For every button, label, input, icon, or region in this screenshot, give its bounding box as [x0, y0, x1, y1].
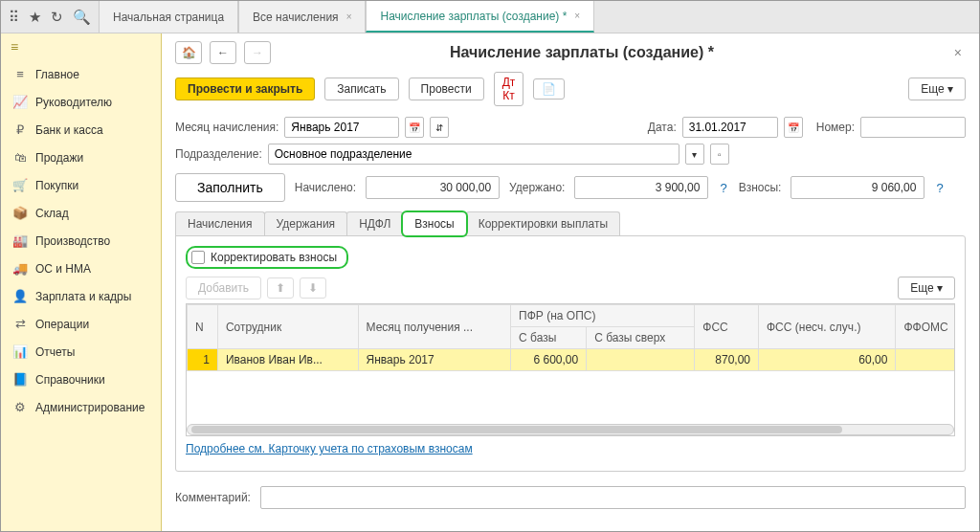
tab-corrections[interactable]: Корректировки выплаты: [466, 211, 620, 236]
comment-input[interactable]: [260, 486, 966, 509]
sidebar-item-label: ОС и НМА: [35, 262, 91, 276]
number-input[interactable]: [860, 117, 966, 138]
accrued-label: Начислено:: [295, 181, 356, 194]
close-icon[interactable]: ×: [346, 11, 352, 22]
help-icon[interactable]: ?: [718, 181, 728, 195]
open-icon[interactable]: ▫: [710, 144, 729, 165]
search-icon[interactable]: 🔍: [73, 9, 91, 26]
details-link[interactable]: Подробнее см. Карточку учета по страховы…: [186, 436, 473, 461]
run-and-close-button[interactable]: Провести и закрыть: [175, 78, 315, 100]
col-month[interactable]: Месяц получения ...: [358, 305, 511, 349]
sidebar-item[interactable]: 📈Руководителю: [1, 88, 161, 116]
sidebar-icon: 👤: [12, 289, 28, 303]
sidebar-icon: ₽: [12, 122, 28, 137]
correct-contrib-wrap[interactable]: Корректировать взносы: [186, 246, 348, 269]
sidebar-item-label: Зарплата и кадры: [35, 290, 131, 303]
sidebar-item[interactable]: 📊Отчеты: [1, 338, 161, 366]
home-icon[interactable]: 🏠: [175, 41, 202, 64]
sidebar-icon: 🚚: [12, 261, 28, 276]
withheld-value: 3 900,00: [574, 176, 708, 199]
col-fss-ns[interactable]: ФСС (несч. случ.): [759, 305, 896, 349]
close-icon[interactable]: ×: [574, 11, 580, 21]
col-n[interactable]: N: [188, 305, 218, 349]
tab-accruals[interactable]: Начисления: [175, 211, 265, 236]
month-input[interactable]: [284, 117, 399, 138]
sidebar-item[interactable]: 📘Справочники: [1, 366, 161, 393]
star-icon[interactable]: ★: [29, 9, 41, 26]
apps-icon[interactable]: ⠿: [9, 9, 19, 26]
sidebar-item[interactable]: 🏭Производство: [1, 227, 161, 255]
calendar-icon[interactable]: 📅: [405, 117, 424, 138]
sidebar-icon: 🛍: [12, 150, 28, 165]
sidebar-icon: ⇄: [12, 317, 28, 331]
col-over[interactable]: С базы сверх: [587, 327, 695, 349]
sidebar-item[interactable]: 🚚ОС и НМА: [1, 255, 161, 282]
sidebar-item[interactable]: 🛒Покупки: [1, 171, 161, 199]
run-button[interactable]: Провести: [409, 78, 484, 100]
month-label: Месяц начисления:: [175, 121, 278, 134]
sidebar-item[interactable]: ₽Банк и касса: [1, 116, 161, 144]
correct-contrib-checkbox[interactable]: [191, 251, 205, 264]
col-base[interactable]: С базы: [511, 327, 587, 349]
sidebar-icon: 🏭: [12, 233, 28, 248]
sidebar-item-label: Операции: [35, 318, 89, 331]
sidebar-item-label: Производство: [35, 234, 110, 248]
sidebar-toggle-icon[interactable]: ≡: [1, 33, 161, 60]
calendar-icon[interactable]: 📅: [784, 117, 803, 138]
report-button[interactable]: 📄: [533, 78, 565, 100]
tab-all[interactable]: Все начисления×: [238, 1, 366, 33]
close-icon[interactable]: ×: [950, 45, 966, 60]
move-down-icon[interactable]: ⬇: [300, 277, 326, 299]
number-label: Номер:: [816, 121, 855, 134]
dropdown-icon[interactable]: ▾: [685, 144, 704, 165]
contrib-value: 9 060,00: [791, 176, 924, 199]
more-button[interactable]: Еще ▾: [898, 277, 955, 299]
horizontal-scrollbar[interactable]: [187, 424, 954, 435]
sidebar-item[interactable]: 📦Склад: [1, 199, 161, 227]
add-button[interactable]: Добавить: [186, 277, 261, 299]
sidebar-icon: ⚙: [12, 400, 28, 414]
col-ffoms[interactable]: ФФОМС: [896, 305, 955, 349]
correct-contrib-label: Корректировать взносы: [211, 251, 337, 264]
sidebar-item[interactable]: ⚙Администрирование: [1, 393, 161, 421]
sidebar-icon: 📘: [12, 372, 28, 387]
sidebar-item-label: Администрирование: [35, 401, 145, 414]
dept-label: Подразделение:: [175, 147, 262, 161]
sidebar-item-label: Банк и касса: [35, 123, 103, 137]
sidebar: ≡ ≡Главное📈Руководителю₽Банк и касса🛍Про…: [1, 33, 162, 531]
dept-input[interactable]: [268, 144, 679, 165]
contrib-label: Взносы:: [739, 181, 782, 194]
sidebar-item[interactable]: ⇄Операции: [1, 310, 161, 338]
fill-button[interactable]: Заполнить: [175, 173, 285, 202]
contrib-grid[interactable]: N Сотрудник Месяц получения ... ПФР (на …: [186, 303, 955, 436]
sidebar-icon: 📦: [12, 206, 28, 220]
stepper-icon[interactable]: ⇵: [430, 117, 449, 138]
tab-ndfl[interactable]: НДФЛ: [346, 211, 403, 236]
col-emp[interactable]: Сотрудник: [217, 305, 358, 349]
date-input[interactable]: [682, 117, 778, 138]
sidebar-icon: 📊: [12, 344, 28, 359]
sidebar-icon: 🛒: [12, 178, 28, 192]
save-button[interactable]: Записать: [324, 78, 398, 100]
sidebar-icon: ≡: [12, 67, 28, 81]
tab-contributions[interactable]: Взносы: [402, 211, 466, 236]
sidebar-item-label: Покупки: [35, 179, 78, 192]
help-icon[interactable]: ?: [934, 181, 945, 195]
tab-home[interactable]: Начальная страница: [99, 1, 238, 33]
col-pfr[interactable]: ПФР (на ОПС): [511, 305, 695, 327]
tab-current[interactable]: Начисление зарплаты (создание) *×: [366, 1, 594, 33]
move-up-icon[interactable]: ⬆: [267, 277, 294, 299]
sidebar-item-label: Руководителю: [35, 96, 112, 109]
sidebar-item[interactable]: ≡Главное: [1, 60, 161, 88]
tab-deductions[interactable]: Удержания: [264, 211, 348, 236]
sidebar-item[interactable]: 👤Зарплата и кадры: [1, 282, 161, 310]
dt-kt-button[interactable]: ДтКт: [494, 72, 524, 106]
table-row[interactable]: 1Иванов Иван Ив...Январь 20176 600,00870…: [188, 349, 956, 371]
col-fss[interactable]: ФСС: [695, 305, 759, 349]
withheld-label: Удержано:: [509, 181, 565, 194]
page-title: Начисление зарплаты (создание) *: [221, 44, 943, 61]
history-icon[interactable]: ↻: [51, 9, 63, 26]
more-button[interactable]: Еще ▾: [908, 78, 966, 100]
sidebar-item[interactable]: 🛍Продажи: [1, 144, 161, 171]
sidebar-item-label: Отчеты: [35, 345, 75, 359]
